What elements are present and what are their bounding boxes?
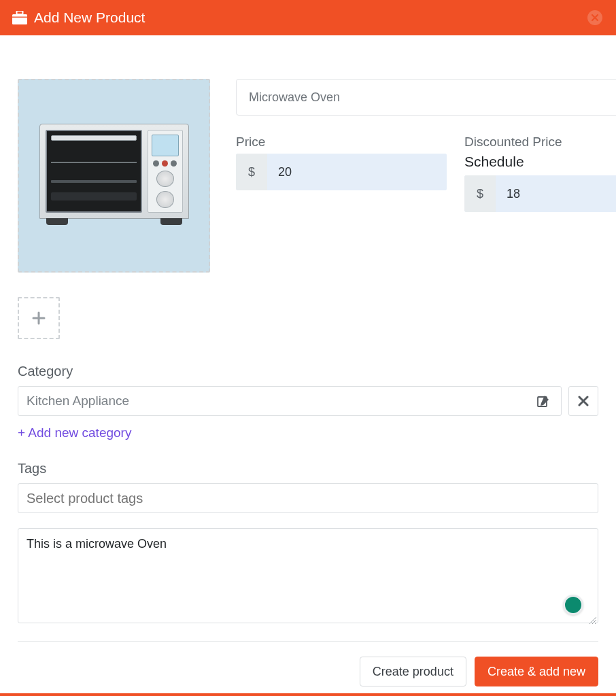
- create-product-button[interactable]: Create product: [360, 657, 466, 686]
- close-icon: [587, 10, 602, 25]
- fields-column: Price $ Discounted Price Schedule $: [236, 79, 616, 339]
- currency-symbol: $: [464, 175, 496, 212]
- svg-rect-0: [12, 14, 27, 24]
- briefcase-icon: [12, 11, 27, 24]
- modal-title-text: Add New Product: [34, 10, 145, 26]
- add-category-link[interactable]: + Add new category: [18, 425, 131, 440]
- create-and-add-new-button[interactable]: Create & add new: [475, 657, 598, 686]
- modal-body: Price $ Discounted Price Schedule $: [0, 35, 616, 696]
- category-section: Category Kitchen Appliance: [18, 364, 598, 440]
- add-image-button[interactable]: [18, 297, 60, 339]
- image-column: [18, 79, 210, 339]
- category-select[interactable]: Kitchen Appliance: [18, 386, 562, 416]
- price-input-group: $: [236, 154, 447, 190]
- svg-rect-1: [17, 11, 23, 14]
- discounted-price-label: Discounted Price: [464, 135, 616, 150]
- modal-title: Add New Product: [12, 10, 145, 26]
- tags-section: Tags: [18, 461, 598, 513]
- description-textarea[interactable]: [18, 528, 598, 623]
- discounted-price-block: Discounted Price Schedule $: [464, 135, 616, 212]
- svg-rect-2: [12, 17, 27, 18]
- grammar-check-icon[interactable]: [563, 595, 583, 615]
- description-section: [18, 513, 598, 626]
- close-icon: [578, 396, 589, 406]
- category-label: Category: [18, 364, 598, 379]
- plus-icon: [31, 311, 46, 326]
- product-image-drop[interactable]: [18, 79, 210, 273]
- bottom-accent-strip: [0, 693, 616, 696]
- modal-header: Add New Product: [0, 0, 616, 35]
- edit-category-button[interactable]: [534, 392, 553, 411]
- price-input[interactable]: [267, 154, 447, 190]
- price-label: Price: [236, 135, 447, 150]
- discounted-input-group: $: [464, 175, 616, 212]
- discounted-price-input[interactable]: [496, 175, 616, 212]
- product-name-input[interactable]: [236, 79, 616, 116]
- remove-category-button[interactable]: [568, 386, 598, 416]
- close-button[interactable]: [586, 9, 604, 27]
- edit-icon: [536, 394, 550, 408]
- tags-label: Tags: [18, 461, 598, 476]
- tags-input[interactable]: [18, 483, 598, 513]
- schedule-link[interactable]: Schedule: [464, 154, 616, 170]
- modal-footer: Create product Create & add new: [18, 641, 598, 686]
- currency-symbol: $: [236, 154, 267, 190]
- category-selected-text: Kitchen Appliance: [27, 394, 534, 408]
- price-block: Price $: [236, 135, 447, 212]
- resize-handle-icon[interactable]: [588, 616, 596, 624]
- microwave-oven-icon: [39, 124, 189, 228]
